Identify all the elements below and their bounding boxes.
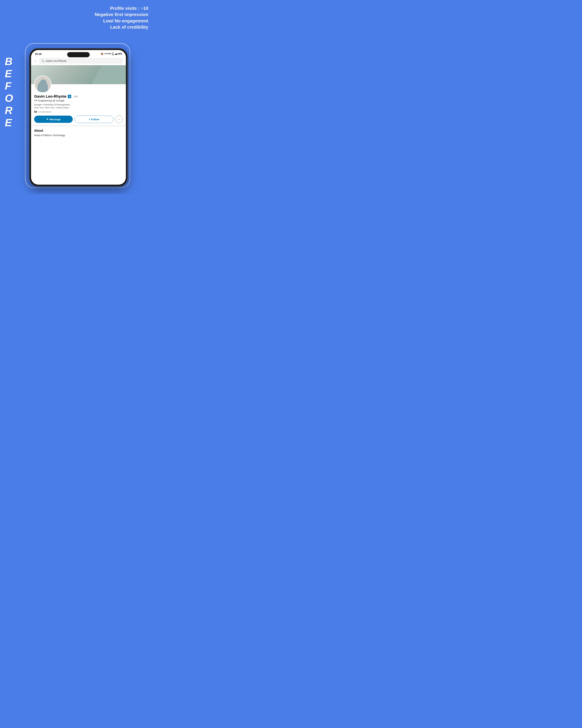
profile-title: VP Engineering @ Google	[34, 99, 123, 102]
before-letter-b: B	[5, 55, 13, 68]
phone-shell: 10:18 💬 ✕ 🌐 🔕 1.00 KB/S Vo5G 45%	[29, 48, 128, 186]
connections-count: 50	[34, 110, 37, 113]
about-title: About	[34, 129, 123, 132]
follow-label: + Follow	[89, 118, 99, 121]
separator: •	[42, 103, 44, 106]
status-time: 10:18	[35, 52, 41, 55]
before-label: B E F O R E	[5, 55, 13, 129]
before-letter-e2: E	[5, 116, 13, 129]
verified-badge	[68, 95, 71, 98]
profile-location: New York, New York, United States	[34, 106, 123, 109]
mute-icon: 🔕	[101, 53, 103, 55]
follow-button[interactable]: + Follow	[75, 115, 113, 123]
phone-wrapper: 10:18 💬 ✕ 🌐 🔕 1.00 KB/S Vo5G 45%	[27, 47, 129, 188]
stat-line-3: Low/ No engagement	[95, 18, 148, 24]
back-button[interactable]: ←	[34, 59, 37, 63]
about-section: About Head of Platform Technology	[31, 125, 126, 139]
network-type: Vo5G	[112, 52, 114, 56]
profile-meta: Google • University of Pennsylvania	[34, 103, 123, 106]
connections-row: 50 connections	[34, 110, 123, 113]
stat-line-1: Profile visits : ~10	[95, 5, 148, 11]
stat-line-4: Lack of credibility	[95, 24, 148, 30]
profile-university: University of Pennsylvania	[44, 103, 70, 106]
message-icon: ✈	[46, 118, 49, 121]
more-button[interactable]: ···	[115, 115, 123, 123]
profile-info: Gavin Leo-Rhynie · 3rd VP Engineering @ …	[31, 93, 126, 113]
stat-line-2: Negative first impression	[95, 11, 148, 18]
search-input-box[interactable]: 🔍 Gavin Leo-Rhynie	[39, 58, 123, 64]
search-query-text: Gavin Leo-Rhynie	[46, 59, 66, 62]
search-icon: 🔍	[41, 59, 44, 62]
more-icon: ···	[118, 118, 120, 121]
message-label: Message	[50, 118, 60, 121]
phone-screen: 10:18 💬 ✕ 🌐 🔕 1.00 KB/S Vo5G 45%	[31, 50, 126, 185]
network-speed: 1.00 KB/S	[104, 53, 111, 55]
status-right: 🔕 1.00 KB/S Vo5G 45%	[101, 52, 122, 56]
avatar-head	[40, 79, 47, 86]
profile-name: Gavin Leo-Rhynie	[34, 94, 66, 99]
avatar-section	[31, 76, 126, 93]
action-buttons: ✈ Message + Follow ···	[31, 115, 126, 125]
profile-company: Google	[34, 103, 41, 106]
profile-name-row: Gavin Leo-Rhynie · 3rd	[34, 94, 123, 99]
signal-bars	[115, 53, 117, 55]
connection-degree: · 3rd	[73, 95, 77, 98]
before-letter-e1: E	[5, 68, 13, 80]
stats-panel: Profile visits : ~10 Negative first impr…	[95, 5, 148, 30]
message-button[interactable]: ✈ Message	[34, 115, 73, 123]
about-text: Head of Platform Technology	[34, 134, 123, 137]
battery-percent: 45%	[118, 53, 122, 55]
before-letter-f: F	[5, 80, 13, 92]
connections-label: connections	[38, 110, 51, 113]
search-bar: ← 🔍 Gavin Leo-Rhynie	[31, 57, 126, 65]
notch	[67, 52, 90, 57]
before-letter-o: O	[5, 92, 13, 104]
before-letter-r: R	[5, 104, 13, 116]
avatar	[34, 76, 51, 93]
